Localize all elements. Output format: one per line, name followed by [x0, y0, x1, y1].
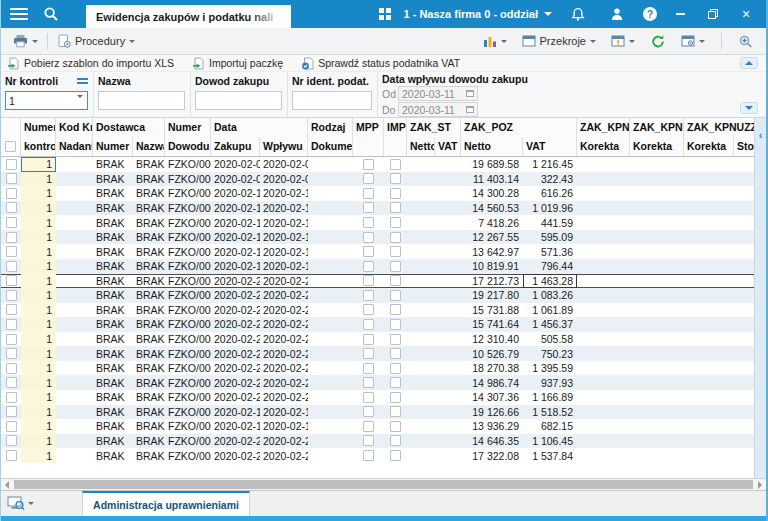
close-button[interactable]: ×: [736, 4, 756, 24]
mpp-checkbox-box[interactable]: [363, 232, 374, 243]
row-select-checkbox-box[interactable]: [6, 217, 17, 228]
cell-zak-st-vat[interactable]: [435, 448, 461, 463]
cell-data-wplywu[interactable]: 2020-02-06: [260, 157, 308, 172]
cell-data-wplywu[interactable]: 2020-02-28: [260, 390, 308, 405]
header-data-wplywu[interactable]: Wpływu: [260, 137, 308, 156]
cell-dostawca-numer[interactable]: BRAK: [93, 244, 133, 259]
cell-zak-poz-vat[interactable]: 1 456.37: [523, 317, 577, 332]
imp-checkbox-box[interactable]: [390, 275, 401, 286]
cell-data-wplywu[interactable]: 2020-02-21: [260, 434, 308, 449]
cell-rodzaj-dokumentu[interactable]: [308, 434, 353, 449]
cell-kpnuzzd-korekta[interactable]: [684, 346, 734, 361]
row-select-checkbox[interactable]: [1, 405, 21, 420]
header-zak-poz-netto[interactable]: Netto: [461, 137, 523, 156]
mpp-checkbox[interactable]: [353, 230, 384, 245]
cell-numer-kontroli[interactable]: 1: [21, 215, 56, 230]
cell-dostawca-nazwa[interactable]: BRAK: [133, 244, 165, 259]
mpp-checkbox[interactable]: [353, 201, 384, 216]
cell-zak-st-vat[interactable]: [435, 375, 461, 390]
imp-checkbox-box[interactable]: [390, 377, 401, 388]
cell-zak-st-vat[interactable]: [435, 172, 461, 187]
cell-numer-dowodu[interactable]: FZKO/0002: [165, 288, 211, 303]
cell-zak-poz-vat[interactable]: 571.36: [523, 244, 577, 259]
cell-data-zakupu[interactable]: 2020-02-21: [211, 434, 260, 449]
cell-data-zakupu[interactable]: 2020-02-06: [211, 157, 260, 172]
cell-numer-kontroli[interactable]: 1: [21, 259, 56, 274]
cell-dostawca-nazwa[interactable]: BRAK: [133, 375, 165, 390]
cell-kpnpz-korekta[interactable]: [630, 375, 684, 390]
row-select-checkbox[interactable]: [1, 201, 21, 216]
cell-zak-poz-netto[interactable]: 7 418.26: [461, 215, 523, 230]
imp-checkbox[interactable]: [384, 434, 407, 449]
mpp-checkbox-box[interactable]: [363, 319, 374, 330]
cell-zak-st-vat[interactable]: [435, 288, 461, 303]
cell-zak-poz-vat[interactable]: 1 106.45: [523, 434, 577, 449]
cell-kpnst-korekta[interactable]: [577, 230, 630, 245]
imp-checkbox-box[interactable]: [390, 319, 401, 330]
cell-data-wplywu[interactable]: 2020-02-13: [260, 405, 308, 420]
cell-kpnpz-korekta[interactable]: [630, 157, 684, 172]
row-select-checkbox-box[interactable]: [6, 232, 17, 243]
mpp-checkbox[interactable]: [353, 157, 384, 172]
cell-zak-st-netto[interactable]: [407, 434, 435, 449]
cell-zak-poz-netto[interactable]: 19 689.58: [461, 157, 523, 172]
cell-numer-kontroli[interactable]: 1: [21, 303, 56, 318]
imp-checkbox[interactable]: [384, 375, 407, 390]
table-row[interactable]: 1BRAKBRAKFZKO/00032020-02-272020-02-2718…: [1, 361, 757, 376]
cell-numer-kontroli[interactable]: 1: [21, 317, 56, 332]
header-group-dostawca[interactable]: Dostawca: [93, 118, 165, 137]
cell-kpnst-korekta[interactable]: [577, 317, 630, 332]
cell-data-zakupu[interactable]: 2020-02-20: [211, 274, 260, 289]
cell-zak-st-vat[interactable]: [435, 405, 461, 420]
table-row[interactable]: 1BRAKBRAKFZKO/00022020-02-202020-02-2017…: [1, 274, 757, 289]
cell-dostawca-nazwa[interactable]: BRAK: [133, 419, 165, 434]
cell-rodzaj-dokumentu[interactable]: [308, 274, 353, 289]
row-select-checkbox[interactable]: [1, 375, 21, 390]
cell-dostawca-nazwa[interactable]: BRAK: [133, 346, 165, 361]
cell-kpnuzzd-korekta[interactable]: [684, 375, 734, 390]
cell-zak-st-vat[interactable]: [435, 317, 461, 332]
imp-checkbox[interactable]: [384, 332, 407, 347]
cell-data-zakupu[interactable]: 2020-02-27: [211, 448, 260, 463]
row-select-checkbox[interactable]: [1, 157, 21, 172]
imp-checkbox[interactable]: [384, 405, 407, 420]
header-rodzaj[interactable]: Rodzaj: [308, 118, 353, 137]
row-select-checkbox[interactable]: [1, 434, 21, 449]
mpp-checkbox[interactable]: [353, 375, 384, 390]
cell-zak-poz-vat[interactable]: 322.43: [523, 172, 577, 187]
cell-zak-poz-vat[interactable]: 1 166.89: [523, 390, 577, 405]
mpp-checkbox-box[interactable]: [363, 435, 374, 446]
cell-dostawca-nazwa[interactable]: BRAK: [133, 303, 165, 318]
cell-zak-poz-netto[interactable]: 12 267.55: [461, 230, 523, 245]
cell-kod-kraju[interactable]: [56, 303, 93, 318]
mpp-checkbox-box[interactable]: [363, 304, 374, 315]
hamburger-menu-icon[interactable]: [10, 8, 28, 21]
cell-kpnst-korekta[interactable]: [577, 405, 630, 420]
cell-kpnuzzd-korekta[interactable]: [684, 244, 734, 259]
cell-zak-st-netto[interactable]: [407, 419, 435, 434]
cell-kod-kraju[interactable]: [56, 215, 93, 230]
cell-rodzaj-dokumentu[interactable]: [308, 215, 353, 230]
cell-numer-kontroli[interactable]: 1: [21, 244, 56, 259]
imp-checkbox-box[interactable]: [390, 217, 401, 228]
cell-zak-st-vat[interactable]: [435, 215, 461, 230]
imp-checkbox-box[interactable]: [390, 450, 401, 461]
cell-zak-poz-netto[interactable]: 10 526.79: [461, 346, 523, 361]
cell-zak-st-netto[interactable]: [407, 186, 435, 201]
mpp-checkbox[interactable]: [353, 186, 384, 201]
header-group-zak-kpnst[interactable]: ZAK_KPNST: [577, 118, 630, 137]
row-select-checkbox[interactable]: [1, 288, 21, 303]
mpp-checkbox[interactable]: [353, 332, 384, 347]
row-select-checkbox[interactable]: [1, 346, 21, 361]
cell-data-wplywu[interactable]: 2020-02-10: [260, 186, 308, 201]
refresh-button[interactable]: [646, 32, 670, 51]
imp-checkbox-box[interactable]: [390, 232, 401, 243]
cell-kpnst-korekta[interactable]: [577, 215, 630, 230]
mpp-checkbox-box[interactable]: [363, 334, 374, 345]
mpp-checkbox[interactable]: [353, 448, 384, 463]
cell-dostawca-numer[interactable]: BRAK: [93, 303, 133, 318]
cell-numer-dowodu[interactable]: FZKO/0002: [165, 230, 211, 245]
header-kpnuzzd-korekta[interactable]: Korekta: [684, 137, 734, 156]
imp-checkbox[interactable]: [384, 230, 407, 245]
row-select-checkbox-box[interactable]: [6, 290, 17, 301]
